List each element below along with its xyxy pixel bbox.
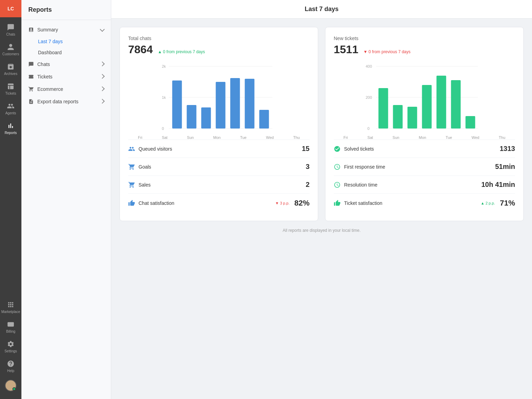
online-indicator (12, 387, 16, 391)
sidebar-item-tickets[interactable]: Tickets (21, 70, 111, 83)
new-tickets-svg: 400 200 0 (334, 63, 515, 132)
stat-ticket-satisfaction: Ticket satisfaction ▲ 2 p.p. 71% (334, 193, 515, 212)
svg-rect-13 (216, 82, 226, 129)
total-chats-chart: 2k 1k 0 (128, 63, 310, 132)
chevron-right-icon2 (100, 74, 105, 79)
nav-item-settings[interactable]: Settings (0, 337, 21, 357)
settings-icon (7, 340, 15, 348)
total-chats-value: 7864 (128, 43, 153, 56)
svg-rect-14 (230, 78, 240, 129)
customers-icon (7, 43, 15, 51)
new-tickets-title: New tickets (334, 36, 515, 41)
sales-value: 2 (306, 181, 310, 189)
nav-item-agents[interactable]: Agents (0, 99, 21, 118)
svg-text:0: 0 (368, 126, 370, 131)
svg-rect-16 (259, 110, 269, 129)
stat-resolution: Resolution time 10h 41min (334, 175, 515, 193)
footer-note: All reports are displayed in your local … (120, 228, 524, 233)
new-tickets-delta: ▼ 0 from previous 7 days (363, 49, 411, 54)
sidebar-item-chats[interactable]: Chats (21, 58, 111, 70)
sales-label: Sales (139, 182, 151, 188)
stat-goals: Goals 3 (128, 158, 310, 175)
goals-icon (128, 163, 135, 170)
goals-value: 3 (306, 163, 310, 171)
svg-rect-0 (8, 84, 14, 89)
sidebar-item-export[interactable]: Export data reports (21, 95, 111, 108)
sidebar-item-summary[interactable]: Summary (21, 23, 111, 36)
stat-first-response: First response time 51min (334, 158, 515, 175)
resolution-label: Resolution time (344, 182, 378, 188)
stat-sales: Sales 2 (128, 175, 310, 193)
nav-label-customers: Customers (2, 52, 19, 56)
nav-item-customers[interactable]: Customers (0, 40, 21, 59)
new-tickets-value: 1511 (334, 43, 358, 56)
marketplace-icon (7, 301, 15, 308)
svg-text:1k: 1k (162, 95, 166, 99)
main: Last 7 days Total chats 7864 ▲ 0 from pr… (111, 0, 532, 399)
nav-item-tickets[interactable]: Tickets (0, 79, 21, 99)
ecommerce-label: Ecommerce (37, 86, 63, 92)
main-content: Total chats 7864 ▲ 0 from previous 7 day… (111, 19, 532, 399)
svg-rect-25 (408, 107, 417, 129)
ticket-icon-sidebar (28, 74, 34, 79)
thumb-up-icon (128, 200, 135, 207)
goals-label: Goals (139, 164, 151, 170)
svg-rect-24 (393, 105, 403, 129)
left-nav: LC Chats Customers Archives Tickets Agen… (0, 0, 21, 399)
sidebar: Reports Summary Last 7 days Dashboard Ch… (21, 0, 111, 399)
page-header: Last 7 days (111, 0, 532, 19)
new-tickets-chart-labels: FriSatSunMonTueWedThu (334, 135, 515, 140)
svg-rect-23 (379, 88, 388, 129)
nav-label-billing: Billing (6, 330, 16, 333)
export-label: Export data reports (37, 99, 78, 104)
nav-item-help[interactable]: Help (0, 357, 21, 376)
nav-item-billing[interactable]: Billing (0, 317, 21, 337)
nav-label-help: Help (7, 369, 15, 373)
avatar[interactable] (5, 380, 17, 391)
stat-queued: Queued visitors 15 (128, 140, 310, 158)
sidebar-item-ecommerce[interactable]: Ecommerce (21, 83, 111, 95)
svg-rect-15 (245, 79, 255, 129)
export-icon-sidebar (28, 99, 34, 104)
sidebar-title: Reports (21, 0, 111, 20)
nav-label-settings: Settings (4, 349, 17, 353)
svg-rect-27 (437, 76, 446, 129)
nav-item-chats[interactable]: Chats (0, 20, 21, 40)
svg-text:0: 0 (162, 126, 164, 131)
new-tickets-card: New tickets 1511 ▼ 0 from previous 7 day… (325, 27, 524, 221)
svg-rect-3 (8, 322, 14, 327)
app-logo: LC (0, 0, 21, 17)
ticket-satisfaction-value: 71% (500, 199, 515, 208)
summary-icon (28, 27, 34, 32)
nav-item-marketplace[interactable]: Marketplace (0, 297, 21, 317)
agents-icon (7, 102, 15, 110)
svg-rect-29 (466, 116, 475, 129)
nav-label-chats: Chats (6, 32, 15, 36)
nav-item-reports[interactable]: Reports (0, 118, 21, 138)
total-chats-title: Total chats (128, 36, 310, 41)
resolution-value: 10h 41min (481, 181, 515, 189)
help-icon (7, 360, 15, 368)
nav-label-archives: Archives (4, 72, 17, 76)
ticket-satisfaction-delta: ▲ 2 p.p. (481, 201, 495, 205)
total-chats-chart-labels: FriSatSunMonTueWedThu (128, 135, 310, 140)
first-response-value: 51min (495, 163, 515, 171)
sidebar-sub-last7days[interactable]: Last 7 days (21, 36, 111, 47)
nav-label-reports: Reports (4, 131, 17, 135)
chat-satisfaction-label: Chat satisfaction (139, 200, 174, 206)
chevron-right-icon (100, 61, 105, 66)
clock-icon (334, 163, 341, 170)
chat-icon-sidebar (28, 61, 34, 67)
svg-rect-12 (201, 107, 211, 129)
nav-item-archives[interactable]: Archives (0, 59, 21, 79)
ticket-satisfaction-label: Ticket satisfaction (344, 200, 382, 206)
nav-label-tickets: Tickets (5, 92, 16, 95)
stat-chat-satisfaction: Chat satisfaction ▼ 3 p.p. 82% (128, 193, 310, 212)
chevron-down-icon (100, 27, 105, 32)
sidebar-sub-dashboard[interactable]: Dashboard (21, 47, 111, 58)
svg-rect-28 (451, 80, 461, 129)
svg-text:400: 400 (366, 64, 372, 68)
svg-text:200: 200 (366, 95, 372, 99)
first-response-label: First response time (344, 164, 385, 170)
total-chats-delta: ▲ 0 from previous 7 days (158, 49, 205, 54)
